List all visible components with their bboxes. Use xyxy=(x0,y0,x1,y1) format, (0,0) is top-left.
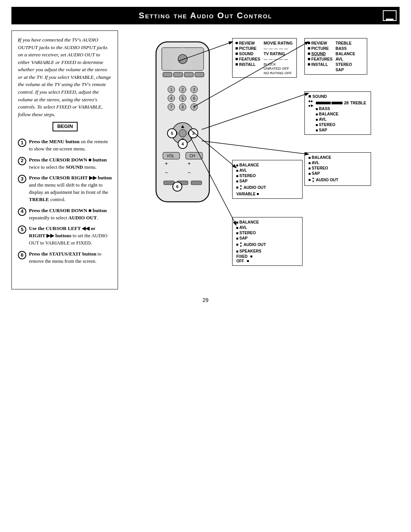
svg-text:4: 4 xyxy=(170,96,172,101)
svg-rect-41 xyxy=(191,181,202,185)
step-6-text: Press the STATUS/EXIT button to remove t… xyxy=(29,251,112,265)
page-header: Setting the Audio Out Control xyxy=(11,7,400,24)
step-6-number: 6 xyxy=(18,251,26,259)
m4-sap: SAP xyxy=(312,171,320,176)
m5-variable-label: VARIABLE xyxy=(236,192,255,196)
svg-rect-39 xyxy=(164,181,174,185)
m1-block-unrated: BLOCK UNRATED OFF xyxy=(264,62,293,70)
m6-sap: SAP xyxy=(239,236,248,240)
svg-text:3: 3 xyxy=(193,88,195,92)
m6-fixed-label: FIXED xyxy=(236,254,247,259)
page-title: Setting the Audio Out Control xyxy=(19,11,392,21)
step-2-text: Press the CURSOR DOWN ■ button twice to … xyxy=(29,157,112,171)
intro-text: If you have connected the TV's AUDIO OUT… xyxy=(18,36,112,118)
m2-install: INSTALL xyxy=(311,62,328,67)
svg-text:VOL: VOL xyxy=(167,154,174,158)
m1-install: INSTALL xyxy=(239,62,256,67)
step-5-text: Use the CURSOR LEFT ◀◀ or RIGHT ▶▶ butto… xyxy=(29,225,112,247)
menu-box-3: SOUND ▶ 28 xyxy=(304,91,371,135)
menu-box-4: BALANCE AVL STEREO SAP ▲▼ AUDIO OUT xyxy=(304,152,371,186)
m3-balance: BALANCE xyxy=(319,112,338,116)
m1-dashes1: — — — — — xyxy=(264,46,293,51)
begin-badge: BEGIN xyxy=(53,122,77,131)
m1-dashes2: — — — — — xyxy=(264,57,293,61)
m3-indicator: ▶ xyxy=(311,104,314,107)
step-5-number: 5 xyxy=(18,225,26,234)
svg-text:5: 5 xyxy=(171,131,173,136)
m3-value: 28 xyxy=(344,101,349,105)
m5-balance: BALANCE xyxy=(239,163,259,167)
svg-text:1: 1 xyxy=(170,88,172,92)
m2-picture: PICTURE xyxy=(311,46,329,51)
m6-balance: BALANCE xyxy=(239,220,259,224)
svg-text:6: 6 xyxy=(193,96,195,101)
m5-sap: SAP xyxy=(239,179,248,183)
step-2: 2 Press the CURSOR DOWN ■ button twice t… xyxy=(18,157,112,171)
svg-text:3: 3 xyxy=(192,131,194,136)
m2-stereo: STEREO xyxy=(336,62,355,67)
m1-review: REVIEW xyxy=(239,41,255,45)
m2-features: FEATURES xyxy=(311,57,333,61)
step-4-number: 4 xyxy=(18,208,26,216)
m3-bass: BASS xyxy=(319,106,330,111)
m5-stereo: STEREO xyxy=(239,173,256,178)
m2-bass: BASS xyxy=(336,46,355,51)
m4-audio-out: AUDIO OUT xyxy=(316,177,338,182)
svg-text:9: 9 xyxy=(193,105,195,109)
m1-movie-rating: MOVIE RATING xyxy=(264,41,293,45)
m1-no-rating: NO RATING OFF xyxy=(264,71,293,75)
step-2-number: 2 xyxy=(18,157,26,165)
m5-avl: AVL xyxy=(239,168,247,173)
step-1: 1 Press the MENU button on the remote to… xyxy=(18,138,112,153)
menu-box-2: REVIEW PICTURE SOUND FEATURES INSTALL TR… xyxy=(304,38,367,75)
m1-features: FEATURES xyxy=(239,57,260,61)
svg-point-26 xyxy=(179,129,186,137)
m5-updown: ▲▼ xyxy=(239,184,242,191)
page-number: 29 xyxy=(0,297,411,311)
menu-box-5: BALANCE AVL STEREO SAP ▲▼ AUDIO OUT VARI… xyxy=(232,160,303,199)
step-5: 5 Use the CURSOR LEFT ◀◀ or RIGHT ▶▶ but… xyxy=(18,225,112,247)
m6-updown: ▲▼ xyxy=(239,241,242,248)
m2-balance: BALANCE xyxy=(336,51,355,56)
tv-icon xyxy=(383,10,397,21)
m5-audio-out: AUDIO OUT xyxy=(244,185,266,190)
m3-sap: SAP xyxy=(319,128,327,132)
m6-off-label: OFF xyxy=(236,259,244,263)
m4-stereo: STEREO xyxy=(312,166,328,170)
svg-text:2: 2 xyxy=(182,88,184,92)
step-3-text: Press the CURSOR RIGHT ▶▶ button and the… xyxy=(29,174,112,203)
menu-box-1: REVIEW PICTURE SOUND FEATURES INSTALL MO… xyxy=(232,38,297,78)
m1-sound: SOUND xyxy=(239,51,253,56)
m4-updown: ▲▼ xyxy=(312,176,315,183)
svg-text:CH: CH xyxy=(190,154,195,158)
m2-avl: AVL xyxy=(336,57,355,61)
m3-avl: AVL xyxy=(319,117,327,121)
svg-text:5: 5 xyxy=(182,96,184,101)
svg-text:8: 8 xyxy=(182,105,184,109)
m3-stereo: STEREO xyxy=(319,122,335,127)
m2-review: REVIEW xyxy=(311,41,327,45)
svg-text:+: + xyxy=(165,160,168,166)
m2-treble: TREBLE xyxy=(336,41,355,45)
diagram-panel: 1 2 3 4 5 6 7 8 9 xyxy=(122,30,400,289)
m3-treble-label: TREBLE xyxy=(350,101,366,105)
step-1-text: Press the MENU button on the remote to s… xyxy=(29,138,112,153)
m6-audio-out: AUDIO OUT xyxy=(244,242,266,247)
remote-control: 1 2 3 4 5 6 7 8 9 xyxy=(141,34,232,255)
step-4: 4 Press the CURSOR DOWN ■ button repeate… xyxy=(18,207,112,222)
m2-sound: SOUND xyxy=(311,51,326,56)
svg-text:6: 6 xyxy=(176,184,178,189)
menu-box-6: BALANCE AVL STEREO SAP ▲▼ AUDIO OUT SPEA… xyxy=(232,217,303,266)
step-3: 3 Press the CURSOR RIGHT ▶▶ button and t… xyxy=(18,174,112,203)
m2-sap: SAP xyxy=(336,67,355,72)
instructions-panel: If you have connected the TV's AUDIO OUT… xyxy=(11,30,118,289)
m4-balance: BALANCE xyxy=(312,155,331,160)
m1-picture: PICTURE xyxy=(239,46,256,51)
step-3-number: 3 xyxy=(18,175,26,183)
m3-sound-label: SOUND xyxy=(312,94,327,99)
m6-stereo: STEREO xyxy=(239,230,256,235)
svg-text:4: 4 xyxy=(182,142,184,146)
m6-avl: AVL xyxy=(239,225,247,230)
svg-text:+: + xyxy=(188,160,191,166)
main-content: If you have connected the TV's AUDIO OUT… xyxy=(11,30,400,289)
